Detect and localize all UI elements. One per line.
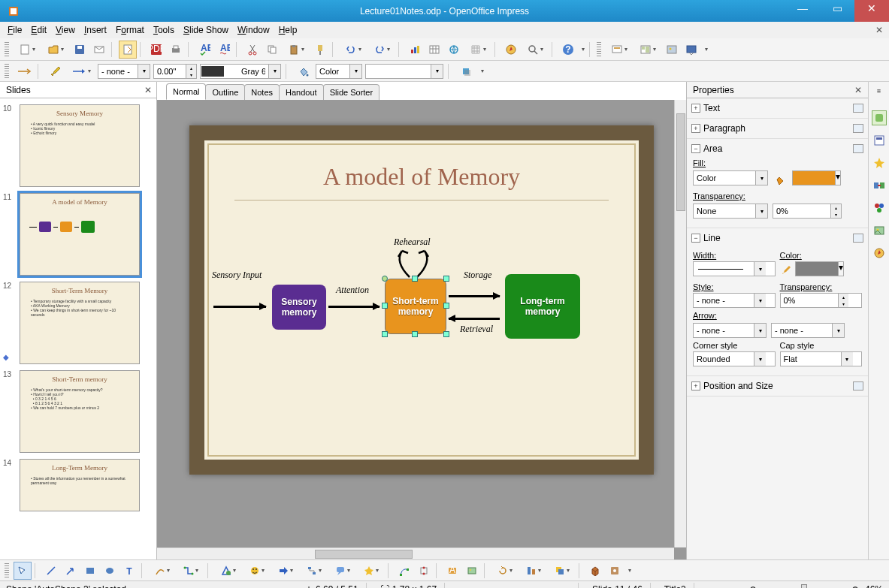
callout-tool[interactable]: ▾ bbox=[329, 562, 356, 580]
slide-canvas[interactable]: A model of Memory Sensory Input Sensory … bbox=[189, 125, 654, 475]
points-tool[interactable] bbox=[395, 562, 413, 580]
fill-mode-input[interactable] bbox=[316, 65, 349, 78]
copy-button[interactable] bbox=[263, 41, 281, 59]
transparency-spinner[interactable]: ▴▾ bbox=[773, 204, 842, 219]
symbol-shapes-tool[interactable]: ▾ bbox=[243, 562, 271, 580]
box-sensory[interactable]: Sensory memory bbox=[272, 285, 326, 330]
paste-button[interactable]: ▾ bbox=[283, 41, 310, 59]
slides-panel-close-icon[interactable]: ✕ bbox=[144, 85, 152, 95]
text-more-icon[interactable] bbox=[853, 104, 863, 113]
pos-more-icon[interactable] bbox=[853, 381, 863, 390]
highlight-button[interactable] bbox=[47, 62, 65, 80]
drawtb-overflow[interactable]: ▾ bbox=[625, 562, 633, 580]
fill-mode-combo[interactable]: ▾ bbox=[316, 64, 362, 79]
toolbar-grip-2[interactable] bbox=[597, 42, 601, 57]
stars-tool[interactable]: ▾ bbox=[358, 562, 385, 580]
close-button[interactable]: ✕ bbox=[854, 0, 889, 22]
spellcheck-button[interactable]: ABC bbox=[195, 41, 213, 59]
text-tool[interactable]: T bbox=[120, 562, 138, 580]
fill-color-button[interactable]: ▾ bbox=[792, 170, 841, 185]
properties-close-icon[interactable]: ✕ bbox=[854, 85, 862, 95]
master-pages-icon[interactable] bbox=[872, 133, 887, 148]
menu-format[interactable]: Format bbox=[111, 23, 149, 37]
ellipse-tool[interactable] bbox=[101, 562, 119, 580]
line-style-combo[interactable]: ▾ bbox=[98, 64, 150, 79]
hscrollbar[interactable] bbox=[157, 547, 674, 559]
chart-button[interactable] bbox=[406, 41, 424, 59]
zoom-in-button[interactable]: ⊕ bbox=[851, 584, 859, 589]
zoom-out-button[interactable]: ⊖ bbox=[749, 584, 757, 589]
sidebar-config-icon[interactable]: ≡ bbox=[874, 86, 884, 95]
cut-button[interactable] bbox=[243, 41, 262, 59]
zoom-button[interactable]: ▾ bbox=[522, 41, 549, 59]
interaction-tool[interactable] bbox=[606, 562, 624, 580]
box-long-term[interactable]: Long-term memory bbox=[505, 274, 580, 339]
custom-animation-icon[interactable] bbox=[872, 155, 887, 170]
align-tool[interactable]: ▾ bbox=[520, 562, 547, 580]
slides-list[interactable]: 10 Sensory Memory • A very quick functio… bbox=[0, 98, 156, 559]
tab-handout[interactable]: Handout bbox=[279, 84, 324, 100]
tab-normal[interactable]: Normal bbox=[166, 83, 206, 100]
line-color-input[interactable] bbox=[238, 65, 268, 78]
toolbar2-grip[interactable] bbox=[5, 64, 9, 79]
arrow-retrieval[interactable] bbox=[449, 318, 500, 320]
block-arrows-tool[interactable]: ▾ bbox=[272, 562, 299, 580]
line-tool[interactable] bbox=[42, 562, 60, 580]
line-style-input[interactable] bbox=[98, 65, 138, 78]
email-button[interactable] bbox=[90, 41, 108, 59]
menu-help[interactable]: Help bbox=[274, 23, 302, 37]
slide-design-button[interactable] bbox=[663, 41, 681, 59]
menu-file[interactable]: File bbox=[3, 23, 26, 37]
line-color-combo[interactable]: ▾ bbox=[200, 64, 281, 79]
line-width-spinner[interactable]: ▴▾ bbox=[153, 64, 197, 79]
vscrollbar[interactable] bbox=[674, 100, 686, 547]
menu-edit[interactable]: Edit bbox=[26, 23, 51, 37]
hyperlink-button[interactable] bbox=[445, 41, 463, 59]
slide-thumb-13[interactable]: 13 Short-Term memory • What's your short… bbox=[20, 370, 140, 453]
box-short-term[interactable]: Short-term memory bbox=[385, 279, 446, 334]
slide-transition-icon[interactable] bbox=[872, 178, 887, 193]
edit-file-button[interactable] bbox=[119, 41, 137, 59]
save-button[interactable] bbox=[71, 41, 89, 59]
curve-tool[interactable]: ▾ bbox=[149, 562, 176, 580]
print-button[interactable] bbox=[167, 41, 185, 59]
basic-shapes-tool[interactable]: ▾ bbox=[215, 562, 242, 580]
fill-bucket-button[interactable] bbox=[295, 62, 313, 80]
menu-slideshow[interactable]: Slide Show bbox=[179, 23, 233, 37]
arrange-tool[interactable]: ▾ bbox=[549, 562, 576, 580]
arrow-rehearsal[interactable] bbox=[391, 247, 436, 279]
slide-title[interactable]: A model of Memory bbox=[204, 163, 639, 191]
area-more-icon[interactable] bbox=[853, 144, 863, 153]
line-end-button[interactable]: ▾ bbox=[68, 62, 95, 80]
menu-insert[interactable]: Insert bbox=[80, 23, 111, 37]
line-width-combo[interactable]: ▾ bbox=[693, 261, 776, 276]
slide-layout-button[interactable]: ▾ bbox=[634, 41, 661, 59]
arrow-style-button[interactable] bbox=[15, 62, 33, 80]
menu-tools[interactable]: Tools bbox=[149, 23, 179, 37]
paragraph-more-icon[interactable] bbox=[853, 124, 863, 133]
rectangle-tool[interactable] bbox=[81, 562, 99, 580]
arrow-start-combo[interactable]: ▾ bbox=[693, 323, 767, 338]
connector-tool[interactable]: ▾ bbox=[177, 562, 204, 580]
help-button[interactable]: ? bbox=[559, 41, 577, 59]
navigator-sidebar-icon[interactable] bbox=[872, 246, 887, 261]
drawtb-grip[interactable] bbox=[5, 563, 9, 578]
tab-outline[interactable]: Outline bbox=[205, 84, 245, 100]
menu-window[interactable]: Window bbox=[233, 23, 274, 37]
cap-combo[interactable]: ▾ bbox=[780, 351, 863, 366]
line-more-icon[interactable] bbox=[853, 234, 863, 243]
presentation-button[interactable] bbox=[682, 41, 700, 59]
toolbar-grip[interactable] bbox=[5, 42, 9, 57]
fill-bucket-icon[interactable] bbox=[773, 170, 788, 188]
menu-view[interactable]: View bbox=[51, 23, 80, 37]
slide-thumb-10[interactable]: 10 Sensory Memory • A very quick functio… bbox=[20, 104, 140, 187]
slide-thumb-11[interactable]: 11 A model of Memory bbox=[20, 193, 140, 276]
grid-button[interactable]: ▾ bbox=[464, 41, 491, 59]
arrow-end-combo[interactable]: ▾ bbox=[771, 323, 845, 338]
toolbar-overflow[interactable]: ▾ bbox=[579, 41, 586, 59]
flowchart-tool[interactable]: ▾ bbox=[301, 562, 328, 580]
corner-combo[interactable]: ▾ bbox=[693, 351, 776, 366]
arrow-line-tool[interactable] bbox=[62, 562, 80, 580]
glue-points-tool[interactable] bbox=[415, 562, 433, 580]
from-file-tool[interactable] bbox=[463, 562, 481, 580]
